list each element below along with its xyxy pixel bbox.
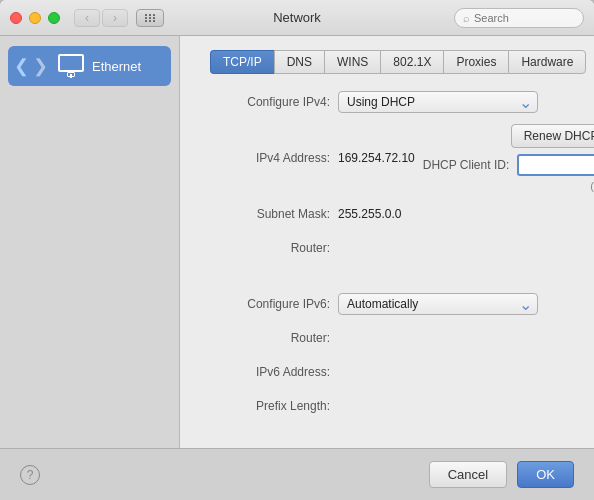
tabs-bar: TCP/IP DNS WINS 802.1X Proxies Hardware [210, 50, 574, 74]
prefix-length-label: Prefix Length: [200, 399, 330, 413]
main-content: TCP/IP DNS WINS 802.1X Proxies Hardware [180, 36, 594, 448]
minimize-button[interactable] [29, 12, 41, 24]
tab-proxies[interactable]: Proxies [443, 50, 508, 74]
ipv4-address-label: IPv4 Address: [200, 151, 330, 165]
router-row: Router: [200, 236, 574, 260]
tab-8021x[interactable]: 802.1X [380, 50, 443, 74]
form-section: Configure IPv4: Using DHCP Manually Off … [200, 90, 574, 434]
sidebar-ethernet-label: Ethernet [92, 59, 141, 74]
subnet-mask-label: Subnet Mask: [200, 207, 330, 221]
back-button[interactable]: ‹ [74, 9, 100, 27]
search-input[interactable] [474, 12, 575, 24]
ipv6-router-row: Router: [200, 326, 574, 350]
dhcp-client-id-label: DHCP Client ID: [423, 158, 509, 172]
nav-buttons: ‹ › [74, 9, 128, 27]
subnet-mask-value: 255.255.0.0 [338, 207, 401, 221]
ipv4-address-row: IPv4 Address: 169.254.72.10 Renew DHCP L… [200, 124, 574, 192]
tab-hardware[interactable]: Hardware [508, 50, 586, 74]
prefix-length-row: Prefix Length: [200, 394, 574, 418]
bottom-bar: ? Cancel OK [0, 448, 594, 500]
tab-wins[interactable]: WINS [324, 50, 380, 74]
renew-dhcp-button[interactable]: Renew DHCP Lease [511, 124, 594, 148]
configure-ipv6-select[interactable]: Automatically Manually Off Link-local on… [338, 293, 538, 315]
search-box[interactable]: ⌕ [454, 8, 584, 28]
configure-ipv6-select-wrapper: Automatically Manually Off Link-local on… [338, 293, 538, 315]
cancel-button[interactable]: Cancel [429, 461, 507, 488]
configure-ipv6-row: Configure IPv6: Automatically Manually O… [200, 292, 574, 316]
search-icon: ⌕ [463, 12, 470, 24]
if-required-text: (If required) [590, 180, 594, 192]
help-icon: ? [27, 468, 34, 482]
right-panel: Renew DHCP Lease DHCP Client ID: (If req… [423, 124, 594, 192]
ipv6-router-label: Router: [200, 331, 330, 345]
ok-button[interactable]: OK [517, 461, 574, 488]
configure-ipv4-select[interactable]: Using DHCP Manually Off [338, 91, 538, 113]
router-label: Router: [200, 241, 330, 255]
close-button[interactable] [10, 12, 22, 24]
bottom-left-area: ? [20, 465, 40, 485]
dhcp-client-id-input[interactable] [517, 154, 594, 176]
sidebar: ❮ ❯ Ethernet [0, 36, 180, 448]
back-nav-icon: ❮ [14, 57, 29, 75]
grid-button[interactable] [136, 9, 164, 27]
maximize-button[interactable] [48, 12, 60, 24]
forward-icon: › [113, 11, 117, 25]
network-window: ‹ › Network ⌕ ❮ ❯ [0, 0, 594, 500]
traffic-lights [10, 12, 60, 24]
window-body: ❮ ❯ Ethernet TCP/IP DNS [0, 36, 594, 448]
ethernet-icon [58, 54, 84, 78]
subnet-mask-row: Subnet Mask: 255.255.0.0 [200, 202, 574, 226]
sidebar-item-ethernet[interactable]: ❮ ❯ Ethernet [8, 46, 171, 86]
grid-icon [145, 14, 156, 22]
fwd-nav-icon: ❯ [33, 57, 48, 75]
configure-ipv4-label: Configure IPv4: [200, 95, 330, 109]
forward-button[interactable]: › [102, 9, 128, 27]
dhcp-client-id-row: DHCP Client ID: [423, 154, 594, 176]
ipv6-address-label: IPv6 Address: [200, 365, 330, 379]
configure-ipv6-label: Configure IPv6: [200, 297, 330, 311]
titlebar: ‹ › Network ⌕ [0, 0, 594, 36]
configure-ipv4-row: Configure IPv4: Using DHCP Manually Off … [200, 90, 574, 114]
back-icon: ‹ [85, 11, 89, 25]
tab-tcpip[interactable]: TCP/IP [210, 50, 274, 74]
ipv6-address-row: IPv6 Address: [200, 360, 574, 384]
ipv4-address-value: 169.254.72.10 [338, 151, 415, 165]
window-title: Network [273, 10, 321, 25]
tab-dns[interactable]: DNS [274, 50, 324, 74]
help-button[interactable]: ? [20, 465, 40, 485]
configure-ipv4-select-wrapper: Using DHCP Manually Off ⌄ [338, 91, 538, 113]
